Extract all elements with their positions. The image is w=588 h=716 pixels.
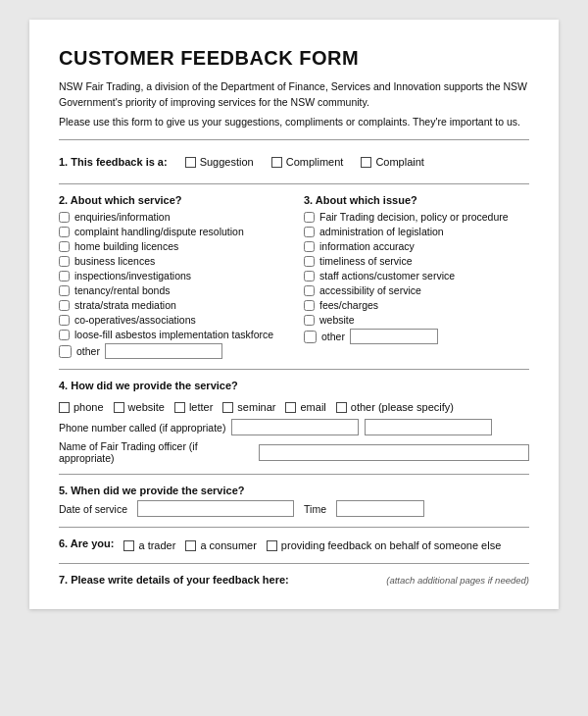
- s2-cb-6[interactable]: [59, 300, 70, 311]
- checkbox-compliment[interactable]: [271, 157, 282, 168]
- s4-email[interactable]: email: [285, 401, 325, 413]
- s4-cb-email[interactable]: [285, 402, 296, 413]
- section7-header: 7. Please write details of your feedback…: [59, 574, 289, 586]
- s3-cb-2[interactable]: [304, 241, 315, 252]
- s3-item-4[interactable]: staff actions/customer service: [304, 270, 529, 281]
- intro-text-2: Please use this form to give us your sug…: [59, 115, 529, 130]
- s2-cb-3[interactable]: [59, 256, 70, 267]
- s3-cb-0[interactable]: [304, 212, 315, 223]
- divider-5: [59, 527, 529, 528]
- divider-6: [59, 563, 529, 564]
- section4-options-row: phone website letter seminar email other…: [59, 401, 529, 413]
- s6-cb-behalf[interactable]: [267, 540, 277, 551]
- option-complaint[interactable]: Complaint: [361, 156, 424, 168]
- section2-header: 2. About which service?: [59, 194, 284, 206]
- s2-item-8[interactable]: loose-fill asbestos implementation taskf…: [59, 329, 284, 340]
- form-title: CUSTOMER FEEDBACK FORM: [59, 47, 529, 70]
- s3-item-7[interactable]: website: [304, 314, 529, 326]
- s2-item-0[interactable]: enquiries/information: [59, 211, 284, 223]
- s2-item-6[interactable]: strata/strata mediation: [59, 299, 284, 311]
- option-suggestion[interactable]: Suggestion: [185, 156, 254, 168]
- s3-cb-5[interactable]: [304, 285, 315, 296]
- s2-cb-other[interactable]: [59, 345, 72, 358]
- section6-header: 6. Are you:: [59, 537, 114, 549]
- s2-other-input[interactable]: [105, 343, 222, 359]
- section4: 4. How did we provide the service? phone…: [59, 380, 529, 464]
- s3-cb-other[interactable]: [304, 331, 317, 343]
- option-compliment[interactable]: Compliment: [271, 156, 344, 168]
- checkbox-complaint[interactable]: [361, 157, 371, 168]
- s4-phone[interactable]: phone: [59, 401, 104, 413]
- s3-item-5[interactable]: accessibility of service: [304, 284, 529, 296]
- section7-header-row: 7. Please write details of your feedback…: [59, 574, 529, 589]
- compliment-label: Compliment: [286, 156, 344, 168]
- date-input[interactable]: [137, 500, 294, 517]
- s3-cb-3[interactable]: [304, 256, 315, 267]
- s2-other-row: other: [59, 343, 284, 359]
- s2-cb-5[interactable]: [59, 285, 70, 296]
- s3-item-3[interactable]: timeliness of service: [304, 255, 529, 267]
- s2-item-5[interactable]: tenancy/rental bonds: [59, 284, 284, 296]
- complaint-label: Complaint: [375, 156, 424, 168]
- section4-header-row: 4. How did we provide the service?: [59, 380, 529, 395]
- phone-input-2[interactable]: [365, 419, 492, 435]
- section1-label: 1. This feedback is a:: [59, 156, 168, 168]
- s2-cb-4[interactable]: [59, 271, 70, 281]
- divider-3: [59, 369, 529, 370]
- section5-header: 5. When did we provide the service?: [59, 485, 529, 496]
- s2-item-7[interactable]: co-operatives/associations: [59, 314, 284, 326]
- s2-cb-0[interactable]: [59, 212, 70, 223]
- s2-item-4[interactable]: inspections/investigations: [59, 270, 284, 281]
- s2-item-3[interactable]: business licences: [59, 255, 284, 267]
- form-page: CUSTOMER FEEDBACK FORM NSW Fair Trading,…: [29, 20, 559, 609]
- section6-row: 6. Are you: a trader a consumer providin…: [59, 537, 529, 553]
- checkbox-suggestion[interactable]: [185, 157, 196, 168]
- section3-col: 3. About which issue? Fair Trading decis…: [294, 194, 529, 359]
- s3-item-0[interactable]: Fair Trading decision, policy or procedu…: [304, 211, 529, 223]
- s3-cb-1[interactable]: [304, 227, 315, 237]
- divider-2: [59, 183, 529, 184]
- section6: 6. Are you: a trader a consumer providin…: [59, 537, 529, 553]
- phone-input[interactable]: [231, 419, 359, 435]
- s4-cb-website[interactable]: [114, 402, 124, 413]
- s3-other-row: other: [304, 329, 529, 344]
- s2-item-1[interactable]: complaint handling/dispute resolution: [59, 226, 284, 237]
- s6-consumer[interactable]: a consumer: [185, 539, 256, 551]
- s6-behalf[interactable]: providing feedback on behalf of someone …: [267, 539, 501, 551]
- s2-cb-7[interactable]: [59, 315, 70, 326]
- divider-1: [59, 139, 529, 140]
- s6-cb-consumer[interactable]: [185, 540, 196, 551]
- section5-fields-row: Date of service Time: [59, 500, 529, 517]
- s2-cb-2[interactable]: [59, 241, 70, 252]
- time-input[interactable]: [336, 500, 424, 517]
- s4-seminar[interactable]: seminar: [222, 401, 275, 413]
- s3-item-1[interactable]: administration of legislation: [304, 226, 529, 237]
- section3-header: 3. About which issue?: [304, 194, 529, 206]
- s6-trader[interactable]: a trader: [123, 539, 175, 551]
- s3-cb-4[interactable]: [304, 271, 315, 281]
- s4-cb-other[interactable]: [336, 402, 347, 413]
- suggestion-label: Suggestion: [200, 156, 254, 168]
- divider-4: [59, 474, 529, 475]
- s3-item-2[interactable]: information accuracy: [304, 240, 529, 252]
- s3-other-input[interactable]: [350, 329, 438, 344]
- s4-cb-letter[interactable]: [174, 402, 185, 413]
- officer-input[interactable]: [259, 444, 529, 461]
- s4-website[interactable]: website: [114, 401, 165, 413]
- s4-cb-seminar[interactable]: [222, 402, 233, 413]
- s6-cb-trader[interactable]: [123, 540, 134, 551]
- s4-cb-phone[interactable]: [59, 402, 70, 413]
- s2-cb-8[interactable]: [59, 330, 70, 340]
- section4-phone-row: Phone number called (if appropriate): [59, 419, 529, 435]
- s4-letter[interactable]: letter: [174, 401, 213, 413]
- s3-cb-7[interactable]: [304, 315, 315, 326]
- section7-note: (attach additional pages if needed): [386, 575, 529, 586]
- s3-item-6[interactable]: fees/charges: [304, 299, 529, 311]
- s2-cb-1[interactable]: [59, 227, 70, 237]
- s2-item-2[interactable]: home building licences: [59, 240, 284, 252]
- s4-other-specify[interactable]: other (please specify): [336, 401, 454, 413]
- s3-cb-6[interactable]: [304, 300, 315, 311]
- intro-text-1: NSW Fair Trading, a division of the Depa…: [59, 79, 529, 111]
- sections-2-3: 2. About which service? enquiries/inform…: [59, 194, 529, 359]
- section4-officer-row: Name of Fair Trading officer (if appropr…: [59, 440, 529, 464]
